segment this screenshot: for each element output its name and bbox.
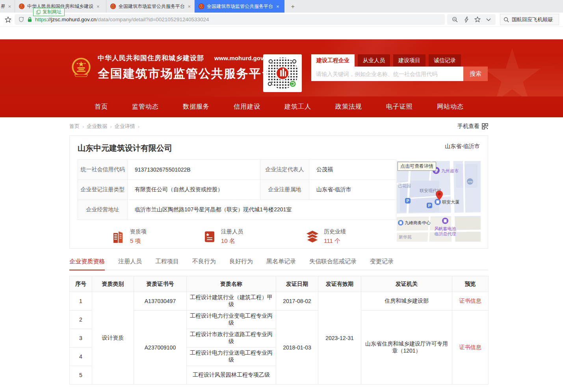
map-parking-icon: P <box>405 198 411 203</box>
url-host: ://jzsc.mohurd.gov.cn <box>46 17 97 22</box>
qual-name: 工程设计建筑行业（建筑工程）甲级 <box>187 292 276 311</box>
company-region: 山东省-临沂市 <box>445 143 481 150</box>
search-tab-practitioners[interactable]: 从业人员 <box>358 54 390 67</box>
address-bar[interactable]: https://jzsc.mohurd.gov.cn/data/company/… <box>15 14 445 25</box>
page-content: 首页 › 企业数据 › 企业详情 › 手机查看 山东中元建筑设计有限公司 山东省… <box>69 117 488 385</box>
nav-item-policies[interactable]: 政策法规 <box>335 103 362 111</box>
col-header-preview: 预览 <box>452 276 489 292</box>
col-header-valid-until: 发证有效期 <box>318 276 361 292</box>
company-summary-card: 山东中元建筑设计有限公司 山东省-临沂市 统一社会信用代码 9137130267… <box>69 135 488 249</box>
nav-item-construction-workers[interactable]: 建筑工人 <box>284 103 311 111</box>
main-navigation: 首页 监管动态 数据服务 信用建设 建筑工人 政策法规 电子证照 网站动态 <box>0 96 563 117</box>
search-tab-projects[interactable]: 建设项目 <box>393 54 426 67</box>
table-row: 企业登记注册类型 有限责任公司（自然人投资或控股） 企业注册属地 山东省-临沂市 <box>78 180 396 200</box>
tab-good-behavior[interactable]: 良好行为 <box>229 258 253 270</box>
col-header-no: 序号 <box>70 276 92 292</box>
tab-close-icon[interactable]: × <box>8 4 11 9</box>
site-search-input[interactable] <box>311 67 463 81</box>
search-input-row: 搜索 <box>311 67 488 81</box>
url-text: https://jzsc.mohurd.gov.cn/data/company/… <box>35 17 209 22</box>
certificate-info-link[interactable]: 证书信息 <box>459 344 481 350</box>
map-label-garden: 己花园 <box>398 183 411 188</box>
issue-date: 2018-01-03 <box>276 311 318 385</box>
breadcrumb-company-data[interactable]: 企业数据 <box>87 123 107 130</box>
field-label: 企业登记注册类型 <box>78 180 128 200</box>
search-tab-construction-enterprise[interactable]: 建设工程企业 <box>311 54 355 67</box>
browser-action-icons <box>447 14 496 25</box>
lightning-icon[interactable] <box>464 17 469 23</box>
chevron-down-icon[interactable] <box>486 18 491 21</box>
browser-tab-jzsc-active[interactable]: 全国建筑市场监管公共服务平台 × <box>195 0 284 13</box>
national-emblem-logo <box>70 57 92 79</box>
stat-registered-personnel[interactable]: 注册人员 10 名 <box>203 228 243 245</box>
search-button[interactable]: 搜索 <box>463 67 488 81</box>
site-brand[interactable]: 中华人民共和国住房和城乡建设部 www.mohurd.gov.cn 全国建筑市场… <box>70 54 274 82</box>
tab-close-icon[interactable]: × <box>97 4 100 9</box>
copy-url-tooltip: 复制网址 <box>33 8 65 16</box>
bookmark-star-icon[interactable] <box>5 17 11 23</box>
site-brand-text: 中华人民共和国住房和城乡建设部 www.mohurd.gov.cn 全国建筑市场… <box>98 54 274 82</box>
stat-label: 资质项 <box>130 228 147 235</box>
field-label: 企业注册属地 <box>260 180 309 200</box>
nav-item-home[interactable]: 首页 <box>95 103 108 111</box>
company-location-map[interactable]: 点击可查看详情 <box>397 161 481 242</box>
map-label-business-center: 九峰商务中心 <box>405 220 431 225</box>
nav-item-supervision-news[interactable]: 监管动态 <box>132 103 159 111</box>
copy-url-tooltip-text: 复制网址 <box>43 9 61 15</box>
site-search-module: 建设工程企业 从业人员 建设项目 诚信记录 搜索 <box>311 54 488 81</box>
tab-blacklist[interactable]: 黑名单记录 <box>266 258 296 270</box>
map-label-battery-2: 临沂总代理 <box>435 231 456 236</box>
nav-item-credit-building[interactable]: 信用建设 <box>234 103 260 111</box>
zoom-out-icon[interactable] <box>452 17 458 23</box>
mobile-view-button[interactable]: 手机查看 <box>457 123 488 130</box>
valid-until: 2023-12-31 <box>318 292 361 385</box>
field-label: 统一社会信用代码 <box>78 160 128 180</box>
svg-text:P: P <box>407 199 409 203</box>
secure-lock-icon <box>27 17 32 22</box>
site-header: 中华人民共和国住房和城乡建设部 www.mohurd.gov.cn 全国建筑市场… <box>0 39 563 96</box>
new-tab-button[interactable]: ＋ <box>284 0 301 13</box>
url-path: /data/company/detail?id=0021052912405330… <box>97 17 209 22</box>
tab-close-icon[interactable]: × <box>276 4 279 9</box>
map-parking-icon: P <box>427 203 432 208</box>
stat-historical-performance[interactable]: 历史业绩 111 个 <box>305 228 346 245</box>
map-label-xinhuayuan: 新华苑 <box>399 235 412 239</box>
roster-icon <box>203 229 217 244</box>
tab-change-records[interactable]: 变更记录 <box>370 258 394 270</box>
tab-bad-behavior[interactable]: 不良行为 <box>192 258 216 270</box>
browser-tab-partial[interactable]: 界 × <box>0 0 15 13</box>
nav-item-site-news[interactable]: 网站动态 <box>437 103 464 111</box>
tab-projects[interactable]: 工程项目 <box>155 258 179 270</box>
favorite-star-icon[interactable] <box>474 17 481 22</box>
row-no: 2 <box>70 311 92 329</box>
shield-icon[interactable] <box>19 17 24 22</box>
tab-title: 界 <box>1 3 5 10</box>
browser-tab-jzsc-1[interactable]: 全国建筑市场监管公共服务平台 × <box>106 0 195 13</box>
breadcrumb-company-detail[interactable]: 企业详情 <box>115 123 135 130</box>
search-tab-credit-records[interactable]: 诚信记录 <box>429 54 461 67</box>
browser-tab-bar: 界 × 中华人民共和国住房和城乡建设 × 全国建筑市场监管公共服务平台 × 全国… <box>0 0 563 13</box>
nav-item-data-services[interactable]: 数据服务 <box>183 103 210 111</box>
tab-close-icon[interactable]: × <box>188 4 191 9</box>
browser-quick-search[interactable]: 国航回应飞机颠簸 <box>500 14 559 25</box>
table-row: 企业经营地址 临沂市兰山区陶然路107号星河晶都（联安）现代城1号楼2201室 <box>78 200 396 220</box>
breadcrumb-home[interactable]: 首页 <box>69 123 80 130</box>
map-label-battery-1: 风帆蓄电池 <box>435 226 456 231</box>
search-icon <box>504 17 509 22</box>
url-scheme: https <box>35 17 46 22</box>
tab-qualifications[interactable]: 企业资质资格 <box>69 258 105 270</box>
legal-rep-value: 公茂福 <box>309 160 396 180</box>
table-row: 1 设计资质 A137030497 工程设计建筑行业（建筑工程）甲级 2017-… <box>70 292 489 311</box>
nav-item-e-certificates[interactable]: 电子证照 <box>386 103 413 111</box>
tab-registered-personnel[interactable]: 注册人员 <box>118 258 142 270</box>
row-no: 3 <box>70 329 92 348</box>
stat-label: 注册人员 <box>221 228 243 235</box>
stat-qualifications[interactable]: 资质项 5 项 <box>111 228 147 245</box>
map-label-atm: ATM <box>468 181 472 183</box>
row-no: 5 <box>70 366 92 385</box>
ministry-name: 中华人民共和国住房和城乡建设部 <box>98 54 204 63</box>
qualification-table: 序号 资质类别 资质证书号 资质名称 发证日期 发证有效期 发证机关 预览 1 … <box>69 276 489 385</box>
certificate-info-link[interactable]: 证书信息 <box>459 298 481 304</box>
tab-dishonesty-records[interactable]: 失信联合惩戒记录 <box>309 258 357 270</box>
map-tooltip: 点击可查看详情 <box>398 162 436 171</box>
